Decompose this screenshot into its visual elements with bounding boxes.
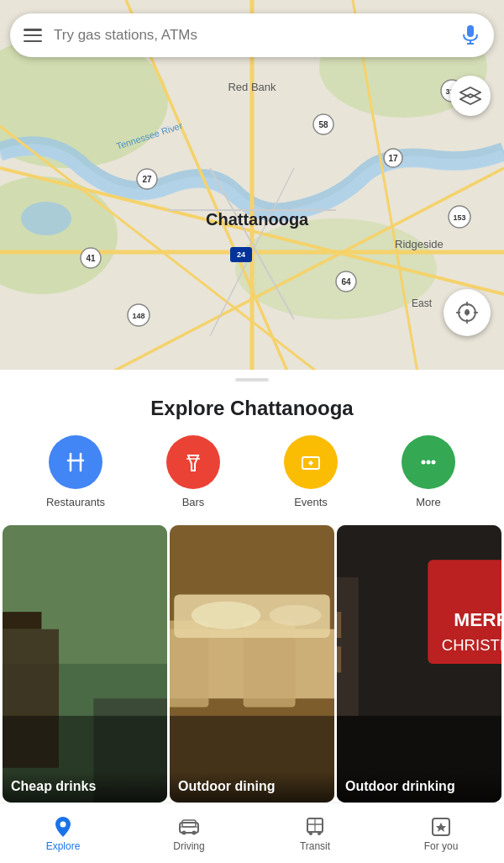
svg-text:148: 148 [132, 312, 144, 320]
nav-transit-label: Transit [300, 840, 330, 852]
svg-point-57 [427, 460, 431, 465]
category-events[interactable]: Events [277, 435, 344, 508]
events-circle [284, 435, 338, 489]
map-view[interactable]: Chattanooga Red Bank Ridgeside East Tenn… [0, 0, 504, 387]
svg-point-5 [21, 202, 71, 235]
svg-marker-43 [460, 94, 480, 104]
nav-explore[interactable]: Explore [38, 815, 88, 852]
map-layers-button[interactable] [450, 76, 491, 116]
categories-row: Restaurants Bars Events [0, 435, 504, 525]
search-input[interactable] [54, 27, 460, 44]
svg-rect-82 [337, 612, 341, 638]
search-bar[interactable] [10, 13, 494, 57]
bars-label: Bars [182, 496, 205, 508]
category-more[interactable]: More [395, 435, 462, 508]
svg-text:CHRISTMAS: CHRISTMAS [442, 636, 501, 654]
tile-outdoor-dining[interactable]: Outdoor dining [170, 525, 334, 802]
tiles-row: Cheap drinks Outdoor dining [0, 525, 504, 802]
svg-text:27: 27 [142, 175, 152, 184]
svg-text:MERRY: MERRY [454, 608, 501, 630]
nav-for-you-label: For you [424, 840, 459, 852]
svg-text:Chattanooga: Chattanooga [206, 210, 309, 229]
tile-outdoor-drinking-label: Outdoor drinking [337, 771, 501, 802]
nav-explore-label: Explore [46, 840, 81, 852]
svg-text:Ridgeside: Ridgeside [395, 238, 444, 250]
svg-rect-83 [337, 646, 341, 672]
nav-driving[interactable]: Driving [164, 815, 214, 852]
svg-point-73 [192, 602, 261, 629]
explore-title: Explore Chattanooga [0, 388, 504, 435]
category-bars[interactable]: Bars [160, 435, 227, 508]
svg-point-56 [422, 460, 426, 465]
svg-text:153: 153 [453, 213, 465, 222]
svg-text:?: ? [465, 308, 470, 318]
menu-icon[interactable] [24, 29, 42, 42]
svg-text:64: 64 [341, 277, 351, 287]
for-you-icon [429, 815, 453, 839]
svg-rect-62 [3, 612, 41, 629]
svg-text:41: 41 [86, 254, 96, 263]
category-restaurants[interactable]: Restaurants [42, 435, 109, 508]
bottom-nav: Explore Driving [0, 802, 504, 863]
nav-driving-label: Driving [173, 840, 204, 852]
tile-outdoor-dining-label: Outdoor dining [170, 771, 334, 802]
nav-transit[interactable]: Transit [290, 815, 340, 852]
more-label: More [416, 496, 441, 508]
restaurants-circle [49, 435, 102, 489]
sheet-handle [235, 378, 269, 382]
svg-text:East: East [412, 297, 433, 309]
tile-cheap-drinks-label: Cheap drinks [3, 771, 167, 802]
svg-rect-39 [467, 25, 474, 37]
svg-text:Red Bank: Red Bank [228, 81, 276, 93]
svg-marker-99 [436, 823, 446, 832]
more-circle [402, 435, 455, 489]
svg-point-58 [432, 460, 436, 465]
svg-text:24: 24 [237, 250, 245, 259]
svg-marker-55 [308, 460, 313, 466]
transit-icon [303, 815, 327, 839]
tile-outdoor-drinking[interactable]: MERRY CHRISTMAS Outdoor drinking [337, 525, 501, 802]
driving-icon [177, 815, 201, 839]
svg-point-89 [192, 830, 197, 834]
restaurants-label: Restaurants [46, 496, 105, 508]
bars-circle [166, 435, 220, 489]
svg-text:58: 58 [318, 120, 328, 129]
svg-marker-42 [460, 87, 480, 97]
svg-point-74 [270, 605, 322, 626]
events-label: Events [294, 496, 328, 508]
bottom-sheet: Explore Chattanooga Restaurants Bars [0, 370, 504, 863]
tile-cheap-drinks[interactable]: Cheap drinks [3, 525, 167, 802]
svg-point-85 [60, 821, 66, 827]
microphone-icon[interactable] [460, 25, 480, 45]
nav-for-you[interactable]: For you [416, 815, 466, 852]
svg-point-88 [182, 830, 186, 834]
svg-text:17: 17 [388, 154, 398, 163]
location-button[interactable]: ? [444, 289, 491, 336]
explore-icon [51, 815, 75, 839]
